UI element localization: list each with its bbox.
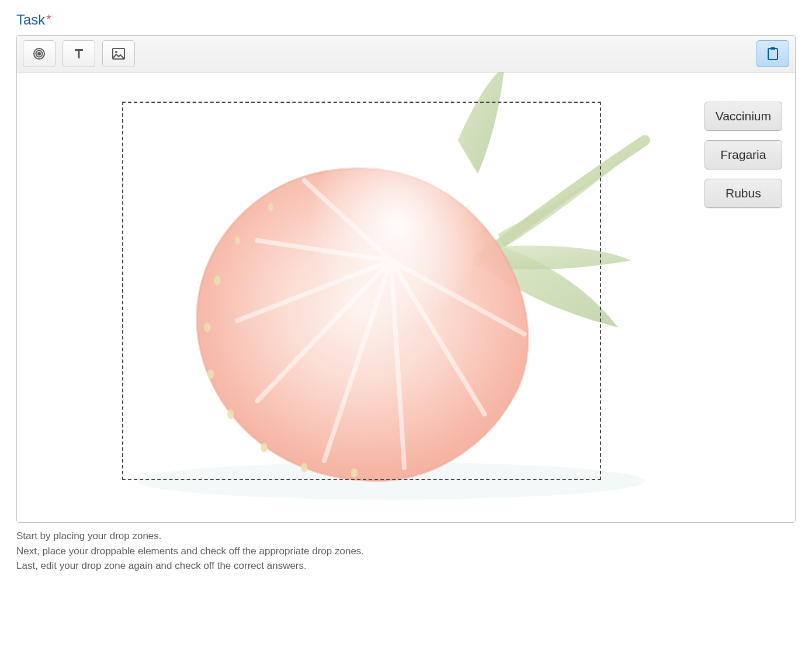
draggable-item[interactable]: Fragaria xyxy=(705,140,782,169)
instruction-line: Start by placing your drop zones. xyxy=(16,529,796,544)
target-icon xyxy=(32,47,46,61)
draggable-item[interactable]: Rubus xyxy=(705,179,782,208)
clipboard-icon xyxy=(766,47,779,61)
paste-tool-button[interactable] xyxy=(757,40,789,67)
svg-rect-5 xyxy=(768,48,778,60)
target-tool-button[interactable] xyxy=(23,40,55,67)
canvas-area[interactable]: Vaccinium Fragaria Rubus xyxy=(17,72,795,522)
editor-container: Vaccinium Fragaria Rubus xyxy=(16,35,796,523)
instruction-line: Next, place your droppable elements and … xyxy=(16,544,796,559)
text-icon xyxy=(72,47,86,61)
svg-rect-6 xyxy=(771,47,775,50)
image-icon xyxy=(112,47,126,60)
toolbar xyxy=(17,36,795,72)
required-asterisk: * xyxy=(46,12,51,26)
dropzone-frame[interactable] xyxy=(122,102,601,480)
text-tool-button[interactable] xyxy=(63,40,95,67)
instructions: Start by placing your drop zones. Next, … xyxy=(16,529,796,574)
field-label: Task* xyxy=(16,12,51,28)
instruction-line: Last, edit your drop zone again and chec… xyxy=(16,558,796,574)
svg-point-4 xyxy=(115,51,117,53)
draggable-item[interactable]: Vaccinium xyxy=(705,102,782,131)
svg-point-2 xyxy=(38,53,40,55)
draggables-list: Vaccinium Fragaria Rubus xyxy=(705,102,782,208)
image-tool-button[interactable] xyxy=(102,40,135,67)
field-label-text: Task xyxy=(16,12,45,27)
